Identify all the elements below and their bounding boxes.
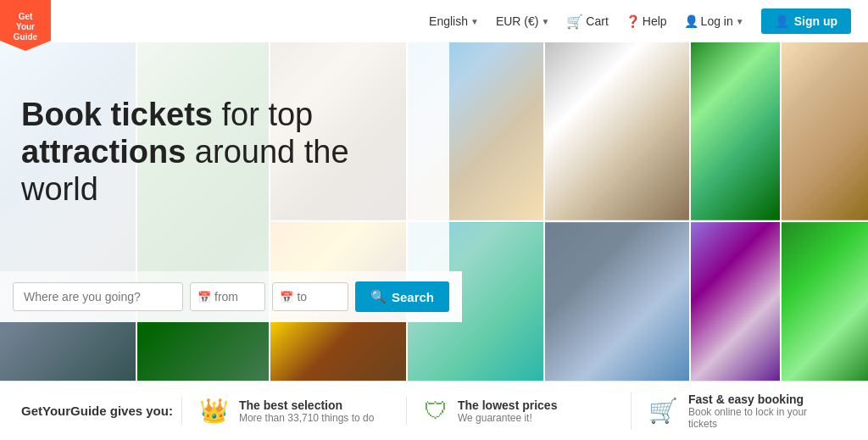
language-selector[interactable]: English ▼: [422, 11, 486, 31]
header-nav: English ▼ EUR (€) ▼ 🛒 Cart ❓ Help 👤 Log …: [422, 8, 851, 34]
feature-easy-booking: 🛒 Fast & easy booking Book online to loc…: [631, 393, 847, 430]
help-icon: ❓: [626, 14, 640, 28]
person-icon: 👤: [684, 14, 698, 28]
feature-best-selection: 👑 The best selection More than 33,710 th…: [181, 397, 398, 425]
hero-section: Book tickets for top attractions around …: [0, 42, 868, 398]
feature-lowest-prices: 🛡 The lowest prices We guarantee it!: [406, 397, 622, 425]
search-icon: 🔍: [370, 289, 387, 304]
bottom-bar: GetYourGuide gives you: 👑 The best selec…: [0, 381, 868, 440]
cart-icon: 🛒: [566, 14, 583, 30]
feature-title-1: The best selection: [239, 398, 374, 412]
chevron-down-icon: ▼: [470, 17, 479, 26]
feature-subtitle-2: We guarantee it!: [458, 412, 557, 424]
logo-text: Get Your Guide: [14, 8, 37, 42]
login-button[interactable]: 👤 Log in ▼: [677, 11, 751, 31]
chevron-down-icon: ▼: [736, 17, 744, 26]
cart-link[interactable]: 🛒 Cart: [559, 10, 615, 33]
feature-title-3: Fast & easy booking: [688, 393, 830, 406]
crown-icon: 👑: [199, 397, 229, 425]
header: Get Your Guide English ▼ EUR (€) ▼ 🛒 Car…: [0, 0, 868, 42]
feature-subtitle-3: Book online to lock in your tickets: [688, 406, 830, 430]
currency-selector[interactable]: EUR (€) ▼: [489, 11, 556, 31]
destination-input[interactable]: [13, 282, 183, 311]
photo-cell-3: [545, 42, 689, 220]
photo-cell-12: [782, 222, 868, 398]
shield-icon: 🛡: [424, 397, 448, 425]
search-bar: 📅 📅 🔍 Search: [0, 271, 462, 322]
photo-cell-4: [691, 42, 780, 220]
to-date-wrapper: 📅: [272, 282, 348, 311]
chevron-down-icon: ▼: [541, 17, 549, 26]
cart-icon: 🛒: [648, 397, 678, 425]
logo[interactable]: Get Your Guide: [0, 0, 51, 51]
photo-cell-11: [691, 222, 780, 398]
hero-overlay: Book tickets for top attractions around …: [0, 42, 449, 271]
feature-title-2: The lowest prices: [458, 398, 557, 412]
hero-title: Book tickets for top attractions around …: [21, 97, 428, 208]
person-plus-icon: 👤: [775, 14, 789, 28]
feature-subtitle-1: More than 33,710 things to do: [239, 412, 374, 424]
signup-button[interactable]: 👤 Sign up: [761, 8, 851, 34]
from-date-input[interactable]: [190, 282, 265, 311]
photo-cell-10: [545, 222, 689, 398]
photo-cell-5: [782, 42, 868, 220]
search-button[interactable]: 🔍 Search: [355, 281, 449, 312]
from-date-wrapper: 📅: [190, 282, 265, 311]
to-date-input[interactable]: [272, 282, 348, 311]
bottom-intro-text: GetYourGuide gives you:: [21, 404, 173, 418]
help-link[interactable]: ❓ Help: [619, 11, 674, 31]
